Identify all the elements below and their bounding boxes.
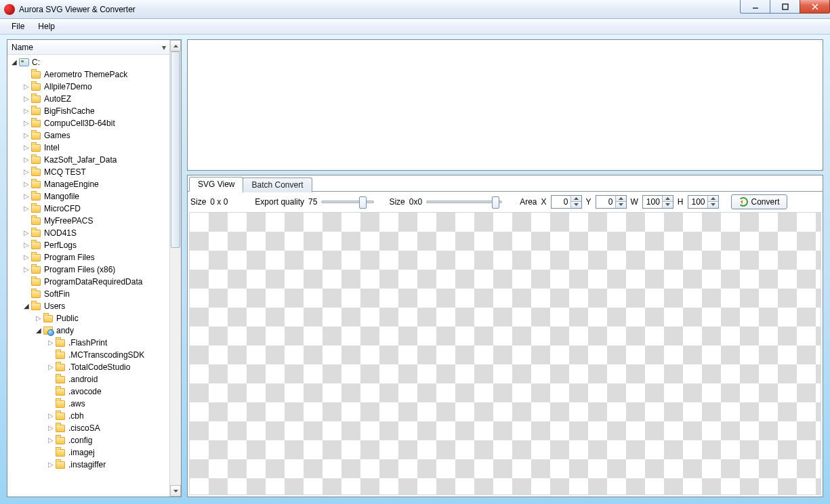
tree-scrollbar[interactable] — [169, 40, 181, 497]
tree-expand-icon[interactable]: ▷ — [22, 205, 30, 212]
spin-up[interactable] — [570, 196, 581, 203]
tree-item[interactable]: ◢andy — [10, 324, 169, 337]
tree-expand-icon[interactable]: ▷ — [47, 364, 55, 371]
tree-item[interactable]: ◢Users — [10, 300, 169, 312]
tree-item[interactable]: ▷.TotalCodeStudio — [10, 361, 169, 373]
tree-expand-icon[interactable]: ▷ — [22, 242, 30, 249]
minimize-icon — [752, 3, 759, 10]
tree-collapse-icon[interactable]: ◢ — [22, 303, 30, 310]
tree-item[interactable]: ▷.android — [10, 373, 169, 385]
tree-collapse-icon[interactable]: ◢ — [35, 327, 43, 334]
tree-item[interactable]: ▷NOD41S — [10, 227, 169, 239]
tree-item[interactable]: ▷.ciscoSA — [10, 422, 169, 434]
tree-item[interactable]: ▷.MCTranscodingSDK — [10, 349, 169, 361]
tree-item[interactable]: ▷Public — [10, 312, 169, 324]
tree-item[interactable]: ▷KazSoft_Jafar_Data — [10, 154, 169, 166]
area-h-input[interactable] — [688, 196, 707, 208]
tree-expand-icon[interactable]: ▷ — [22, 254, 30, 261]
tree-expand-icon[interactable]: ▷ — [22, 193, 30, 200]
tree-expand-icon[interactable]: ▷ — [22, 96, 30, 102]
tree-item[interactable]: ▷Games — [10, 129, 169, 142]
scroll-track[interactable] — [170, 51, 181, 485]
tree-item[interactable]: ▷Mangofile — [10, 190, 169, 203]
tree-item[interactable]: ▷AutoEZ — [10, 93, 169, 105]
area-h-spinner[interactable] — [688, 195, 719, 209]
menu-bar: File Help — [0, 19, 830, 35]
tree-item[interactable]: ▷MicroCFD — [10, 203, 169, 215]
tree-item[interactable]: ▷.imagej — [10, 446, 169, 459]
area-y-spinner[interactable] — [596, 195, 627, 209]
tree-header[interactable]: Name ▾ — [7, 40, 169, 55]
folder-icon — [30, 215, 41, 226]
tree-expand-icon[interactable]: ▷ — [22, 108, 30, 114]
spin-up[interactable] — [615, 196, 626, 203]
area-y-input[interactable] — [596, 196, 615, 208]
folder-icon — [55, 435, 66, 446]
tree-item[interactable]: ▷Allpile7Demo — [10, 81, 169, 93]
folder-tree[interactable]: ◢C:▷Aerometro ThemePack▷Allpile7Demo▷Aut… — [7, 55, 169, 497]
tree-expand-icon[interactable]: ▷ — [22, 83, 30, 90]
tree-item[interactable]: ▷.aws — [10, 398, 169, 410]
size-slider[interactable] — [426, 201, 502, 203]
spin-up[interactable] — [707, 196, 718, 203]
scroll-thumb[interactable] — [171, 51, 180, 248]
tree-expand-icon[interactable]: ▷ — [22, 156, 30, 163]
tree-item[interactable]: ▷Program Files (x86) — [10, 264, 169, 276]
tree-expand-icon[interactable]: ▷ — [35, 315, 43, 322]
close-button[interactable] — [800, 0, 830, 14]
tree-collapse-icon[interactable]: ◢ — [10, 59, 18, 66]
spin-up[interactable] — [662, 196, 673, 203]
tree-item[interactable]: ▷.instagiffer — [10, 459, 169, 471]
scroll-down-button[interactable] — [170, 485, 181, 497]
area-w-spinner[interactable] — [642, 195, 673, 209]
minimize-button[interactable] — [740, 0, 770, 14]
tree-item[interactable]: ▷ManageEngine — [10, 178, 169, 190]
spin-down[interactable] — [707, 202, 718, 208]
tree-expand-icon[interactable]: ▷ — [22, 266, 30, 273]
tree-item[interactable]: ▷BigFishCache — [10, 105, 169, 117]
tree-expand-icon[interactable]: ▷ — [47, 425, 55, 432]
scroll-up-button[interactable] — [170, 40, 181, 51]
checkerboard-canvas[interactable] — [189, 212, 821, 495]
tab-svg-view[interactable]: SVG View — [189, 177, 243, 192]
tab-batch-convert[interactable]: Batch Convert — [243, 177, 312, 192]
spin-down[interactable] — [570, 202, 581, 208]
tree-expand-icon[interactable]: ▷ — [22, 230, 30, 236]
export-quality-slider[interactable] — [321, 201, 374, 203]
tree-expand-icon[interactable]: ▷ — [22, 132, 30, 139]
tree-item[interactable]: ▷.avocode — [10, 385, 169, 398]
tree-item[interactable]: ▷SoftFin — [10, 288, 169, 300]
tree-expand-icon[interactable]: ▷ — [22, 181, 30, 188]
spin-down[interactable] — [662, 202, 673, 208]
tree-expand-icon[interactable]: ▷ — [47, 461, 55, 468]
tree-item[interactable]: ▷MCQ TEST — [10, 166, 169, 178]
tree-item[interactable]: ▷MyFreePACS — [10, 215, 169, 227]
tree-expand-icon[interactable]: ▷ — [22, 144, 30, 151]
tree-item[interactable]: ▷Aerometro ThemePack — [10, 68, 169, 81]
tree-item-label: Intel — [44, 143, 60, 152]
area-x-spinner[interactable] — [551, 195, 582, 209]
tree-item[interactable]: ▷.cbh — [10, 410, 169, 422]
menu-file[interactable]: File — [5, 19, 30, 34]
tree-item[interactable]: ▷PerfLogs — [10, 239, 169, 251]
tree-item[interactable]: ▷Program Files — [10, 251, 169, 264]
tree-expand-icon[interactable]: ▷ — [22, 169, 30, 175]
slider-handle[interactable] — [492, 196, 499, 209]
spin-down[interactable] — [615, 202, 626, 208]
tree-item[interactable]: ▷Intel — [10, 142, 169, 154]
maximize-button[interactable] — [770, 0, 800, 14]
tree-item-root[interactable]: ◢C: — [10, 56, 169, 68]
area-w-input[interactable] — [643, 196, 662, 208]
tree-expand-icon[interactable]: ▷ — [47, 413, 55, 419]
tree-expand-icon[interactable]: ▷ — [47, 437, 55, 444]
tree-item[interactable]: ▷.config — [10, 434, 169, 446]
tree-item[interactable]: ▷CompuCell3D-64bit — [10, 117, 169, 129]
tree-expand-icon[interactable]: ▷ — [22, 120, 30, 127]
area-x-input[interactable] — [552, 196, 570, 208]
convert-button[interactable]: Convert — [731, 194, 787, 209]
tree-expand-icon[interactable]: ▷ — [47, 339, 55, 346]
slider-handle[interactable] — [359, 196, 367, 209]
menu-help[interactable]: Help — [32, 19, 61, 34]
tree-item[interactable]: ▷.FlashPrint — [10, 337, 169, 349]
tree-item[interactable]: ▷ProgramDataRequiredData — [10, 276, 169, 288]
